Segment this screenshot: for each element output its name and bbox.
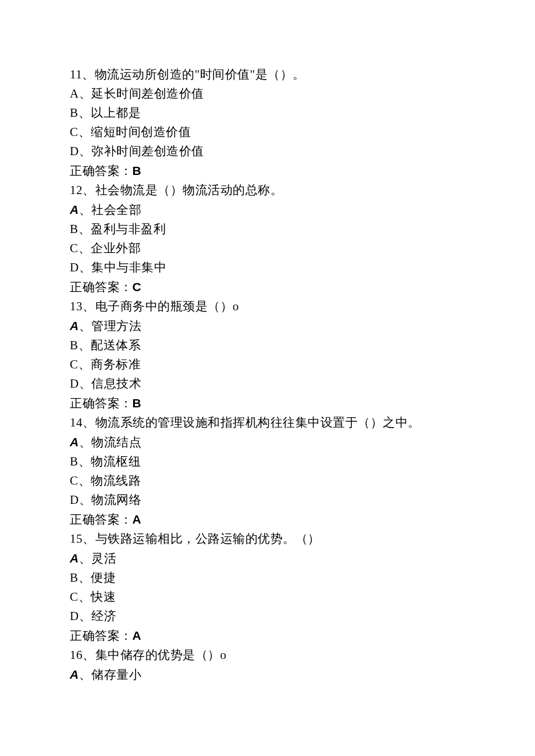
question-text: 14、物流系统的管理设施和指挥机构往往集中设置于（）之中。 <box>70 413 465 432</box>
option-letter: A <box>70 203 79 216</box>
question-text: 15、与铁路运输相比，公路运输的优势。（） <box>70 529 465 549</box>
document-page: 11、物流运动所创造的"时间价值"是（）。A、延长时间差创造价值B、以上都是C、… <box>0 0 535 756</box>
option-letter: A <box>70 668 79 681</box>
option-text: 、管理方法 <box>79 319 142 333</box>
option-letter: C <box>70 241 79 255</box>
option-line: D、集中与非集中 <box>70 258 465 277</box>
option-text: 、信息技术 <box>79 377 142 390</box>
option-text: 、社会全部 <box>79 203 142 217</box>
question-number: 12 <box>70 183 83 197</box>
option-text: 、企业外部 <box>79 241 141 255</box>
option-line: D、经济 <box>70 607 465 626</box>
answer-line: 正确答案：B <box>70 161 465 181</box>
option-line: C、缩短时间创造价值 <box>70 123 465 142</box>
option-letter: B <box>70 338 79 352</box>
answer-label: 正确答案： <box>70 396 133 410</box>
option-line: B、以上都是 <box>70 103 465 123</box>
question-number: 11 <box>70 67 82 81</box>
option-line: A、延长时间差创造价值 <box>70 84 465 103</box>
option-text: 、集中与非集中 <box>79 260 167 274</box>
question-number: 16 <box>70 648 83 662</box>
answer-label: 正确答案： <box>70 513 133 526</box>
option-letter: A <box>70 551 79 565</box>
question-body: 、集中储存的优势是（）o <box>83 648 227 662</box>
question-text: 11、物流运动所创造的"时间价值"是（）。 <box>70 65 465 84</box>
answer-value: B <box>133 396 142 410</box>
question-body: 、物流系统的管理设施和指挥机构往往集中设置于（）之中。 <box>83 415 420 429</box>
option-text: 、灵活 <box>79 551 117 565</box>
option-line: A、物流结点 <box>70 432 465 452</box>
question-body: 、社会物流是（）物流活动的总称。 <box>83 183 283 197</box>
option-text: 、商务标准 <box>79 357 141 371</box>
answer-label: 正确答案： <box>70 629 133 643</box>
option-line: D、信息技术 <box>70 374 465 393</box>
question-body: 、与铁路运输相比，公路运输的优势。（） <box>83 532 320 546</box>
option-letter: C <box>70 590 79 604</box>
question-number: 14 <box>70 415 83 429</box>
question-text: 13、电子商务中的瓶颈是（）o <box>70 297 465 316</box>
answer-line: 正确答案：A <box>70 626 465 646</box>
option-line: C、物流线路 <box>70 471 465 490</box>
option-text: 、物流网络 <box>79 493 142 507</box>
answer-line: 正确答案：C <box>70 277 465 297</box>
option-text: 、经济 <box>79 609 117 623</box>
question-number: 13 <box>70 299 83 313</box>
answer-value: A <box>133 513 142 526</box>
answer-label: 正确答案： <box>70 280 133 294</box>
option-text: 、弥补时间差创造价值 <box>79 144 204 158</box>
option-letter: B <box>70 106 79 120</box>
option-line: C、企业外部 <box>70 239 465 258</box>
option-line: A、储存量小 <box>70 665 465 685</box>
option-line: D、弥补时间差创造价值 <box>70 142 465 161</box>
option-letter: D <box>70 144 79 158</box>
option-letter: A <box>70 435 79 449</box>
option-line: D、物流网络 <box>70 490 465 510</box>
option-letter: B <box>70 454 79 468</box>
answer-line: 正确答案：A <box>70 510 465 529</box>
option-text: 、物流线路 <box>79 474 141 488</box>
option-line: A、管理方法 <box>70 316 465 336</box>
option-line: B、盈利与非盈利 <box>70 220 465 239</box>
option-line: B、配送体系 <box>70 336 465 355</box>
option-text: 、便捷 <box>79 571 116 585</box>
option-text: 、以上都是 <box>79 106 141 120</box>
option-letter: D <box>70 609 79 623</box>
option-letter: D <box>70 260 79 274</box>
option-text: 、物流枢纽 <box>79 454 141 468</box>
option-text: 、盈利与非盈利 <box>79 222 166 236</box>
answer-label: 正确答案： <box>70 164 133 178</box>
option-line: C、商务标准 <box>70 355 465 374</box>
option-letter: D <box>70 493 79 507</box>
option-line: A、社会全部 <box>70 200 465 220</box>
option-text: 、物流结点 <box>79 435 142 449</box>
option-letter: A <box>70 319 79 332</box>
option-line: B、物流枢纽 <box>70 452 465 471</box>
answer-value: B <box>133 164 142 177</box>
question-text: 16、集中储存的优势是（）o <box>70 646 465 665</box>
option-letter: C <box>70 357 79 371</box>
option-letter: B <box>70 222 79 236</box>
option-letter: B <box>70 571 79 585</box>
option-text: 、延长时间差创造价值 <box>79 87 204 101</box>
option-line: C、快速 <box>70 587 465 607</box>
answer-value: C <box>133 280 142 293</box>
option-line: A、灵活 <box>70 549 465 568</box>
option-letter: D <box>70 377 79 390</box>
option-text: 、储存量小 <box>79 668 142 682</box>
answer-line: 正确答案：B <box>70 393 465 413</box>
option-letter: C <box>70 125 79 139</box>
question-body: 、物流运动所创造的"时间价值"是（）。 <box>82 67 305 81</box>
question-number: 15 <box>70 532 83 546</box>
option-text: 、配送体系 <box>79 338 141 352</box>
question-text: 12、社会物流是（）物流活动的总称。 <box>70 181 465 200</box>
option-line: B、便捷 <box>70 568 465 587</box>
option-letter: C <box>70 474 79 488</box>
option-text: 、缩短时间创造价值 <box>79 125 191 139</box>
option-letter: A <box>70 87 79 101</box>
question-body: 、电子商务中的瓶颈是（）o <box>83 299 239 313</box>
answer-value: A <box>133 629 142 642</box>
option-text: 、快速 <box>79 590 116 604</box>
